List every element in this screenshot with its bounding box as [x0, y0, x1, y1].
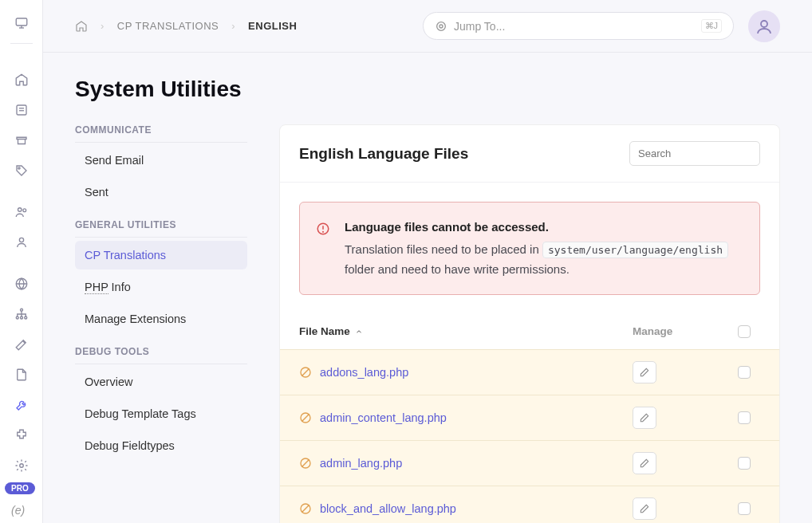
- th-checkbox: [728, 325, 760, 338]
- row-checkbox[interactable]: [738, 411, 751, 424]
- select-all-checkbox[interactable]: [738, 325, 751, 338]
- home-breadcrumb-icon[interactable]: [75, 20, 88, 33]
- row-checkbox[interactable]: [738, 366, 751, 379]
- row-checkbox[interactable]: [738, 457, 751, 470]
- svg-point-15: [19, 464, 23, 468]
- file-link[interactable]: admin_lang.php: [320, 457, 402, 470]
- member-icon[interactable]: [8, 229, 35, 256]
- breadcrumb: › CP Translations › English: [75, 20, 297, 33]
- alert-body: Language files cannot be accessed. Trans…: [345, 217, 743, 280]
- sidenav-item-overview[interactable]: Overview: [75, 368, 247, 396]
- row-filename: addons_lang.php: [299, 366, 633, 379]
- design-icon[interactable]: [8, 331, 35, 358]
- sidenav-item-cp-translations[interactable]: CP Translations: [75, 241, 247, 269]
- no-access-icon: [299, 457, 312, 470]
- table-row: block_and_allow_lang.php: [280, 486, 779, 524]
- edit-button[interactable]: [633, 361, 656, 383]
- row-checkbox-cell: [728, 411, 760, 424]
- sidenav-item-send-email[interactable]: Send Email: [75, 146, 247, 175]
- user-avatar[interactable]: [748, 10, 780, 42]
- target-icon: [435, 20, 447, 33]
- svg-point-13: [20, 317, 22, 319]
- sidenav-section-general: General Utilities: [75, 219, 247, 238]
- row-checkbox-cell: [728, 457, 760, 470]
- jump-to-placeholder: Jump To...: [454, 20, 701, 33]
- tools-icon[interactable]: [8, 391, 35, 419]
- sidenav: Communicate Send Email Sent General Util…: [75, 124, 247, 523]
- edit-button[interactable]: [633, 407, 656, 429]
- page-content: System Utilities Communicate Send Email …: [43, 53, 812, 523]
- svg-rect-3: [17, 105, 26, 115]
- svg-point-11: [20, 309, 22, 311]
- home-icon[interactable]: [8, 66, 35, 93]
- row-manage: [633, 452, 728, 474]
- file-link[interactable]: block_and_allow_lang.php: [320, 502, 456, 515]
- files-icon[interactable]: [8, 127, 35, 154]
- sidenav-item-debug-fieldtypes[interactable]: Debug Fieldtypes: [75, 431, 247, 460]
- alert-icon: [316, 222, 330, 280]
- no-access-icon: [299, 502, 312, 515]
- no-access-icon: [299, 411, 312, 424]
- panel-title: English Language Files: [299, 145, 468, 163]
- svg-line-29: [302, 505, 309, 512]
- members-icon[interactable]: [8, 199, 35, 226]
- table-header: File Name Manage: [280, 314, 779, 349]
- gear-icon[interactable]: [8, 452, 35, 479]
- page-title: System Utilities: [75, 77, 780, 102]
- no-access-icon: [299, 366, 312, 379]
- th-file-name[interactable]: File Name: [299, 325, 633, 337]
- sidenav-item-php-info[interactable]: PHP Info: [75, 273, 247, 301]
- nav-rail: PRO (e): [0, 0, 43, 523]
- monitor-icon[interactable]: [8, 10, 35, 37]
- tag-icon[interactable]: [8, 157, 35, 184]
- alert-title: Language files cannot be accessed.: [345, 217, 743, 238]
- chevron-right-icon: ›: [231, 20, 235, 32]
- sidenav-item-manage-extensions[interactable]: Manage Extensions: [75, 305, 247, 333]
- chevron-right-icon: ›: [101, 20, 104, 32]
- row-manage: [633, 361, 728, 383]
- table-row: addons_lang.php: [280, 349, 779, 395]
- row-checkbox-cell: [728, 366, 760, 379]
- edit-button[interactable]: [633, 497, 656, 520]
- file-link[interactable]: addons_lang.php: [320, 366, 408, 379]
- jump-to-search[interactable]: Jump To... ⌘J: [423, 12, 734, 40]
- sidenav-section-communicate: Communicate: [75, 124, 247, 143]
- svg-point-12: [16, 317, 18, 319]
- search-input[interactable]: [629, 141, 760, 166]
- sidenav-item-debug-tags[interactable]: Debug Template Tags: [75, 399, 247, 428]
- sitemap-icon[interactable]: [8, 301, 35, 328]
- sidenav-item-sent[interactable]: Sent: [75, 178, 247, 206]
- svg-point-6: [18, 167, 19, 169]
- sort-icon: [355, 328, 363, 336]
- ee-logo: (e): [11, 504, 25, 517]
- panel-header: English Language Files: [280, 125, 779, 183]
- svg-point-8: [22, 209, 26, 212]
- alert-code: system/user/language/english: [542, 242, 728, 258]
- file-link[interactable]: admin_content_lang.php: [320, 411, 447, 424]
- svg-point-18: [761, 21, 767, 27]
- globe-icon[interactable]: [8, 270, 35, 297]
- row-filename: admin_lang.php: [299, 457, 633, 470]
- topbar: › CP Translations › English Jump To... ⌘…: [43, 0, 812, 53]
- sidenav-section-debug: Debug Tools: [75, 346, 247, 364]
- entries-icon[interactable]: [8, 96, 35, 124]
- th-manage: Manage: [633, 325, 728, 337]
- addon-icon[interactable]: [8, 422, 35, 449]
- pro-badge: PRO: [5, 482, 35, 494]
- table-row: admin_lang.php: [280, 440, 779, 486]
- edit-button[interactable]: [633, 452, 656, 474]
- row-manage: [633, 407, 728, 429]
- svg-point-7: [18, 208, 22, 212]
- row-checkbox-cell: [728, 502, 760, 515]
- svg-line-23: [302, 368, 309, 376]
- breadcrumb-link[interactable]: CP Translations: [117, 20, 219, 32]
- error-alert: Language files cannot be accessed. Trans…: [299, 202, 760, 295]
- jump-to-kbd: ⌘J: [701, 19, 723, 33]
- svg-point-9: [19, 238, 23, 242]
- document-icon[interactable]: [8, 361, 35, 388]
- main-panel: English Language Files Language files ca…: [279, 124, 780, 523]
- row-filename: block_and_allow_lang.php: [299, 502, 633, 515]
- row-filename: admin_content_lang.php: [299, 411, 633, 424]
- row-checkbox[interactable]: [738, 502, 751, 515]
- svg-line-27: [302, 459, 309, 466]
